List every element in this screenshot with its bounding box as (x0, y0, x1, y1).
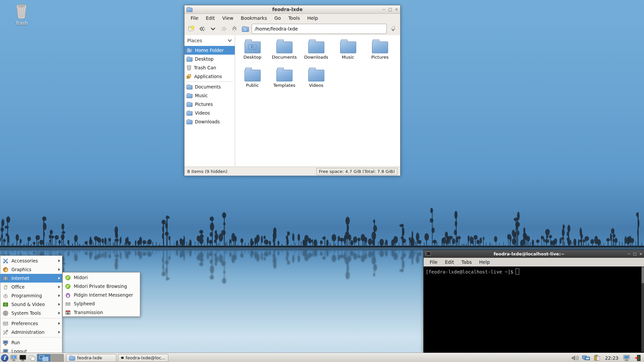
place-applications[interactable]: Applications (184, 72, 235, 81)
menu-item-programming[interactable]: Programming (0, 291, 62, 300)
terminal-output[interactable]: [feodra-lxde@localhost-live ~]$ (424, 266, 644, 354)
start-menu-button[interactable]: f (0, 353, 9, 362)
terminal-scrollbar[interactable] (641, 266, 644, 352)
terminal-titlebar[interactable]: feodra-lxde@localhost-live:~ − □ × (424, 250, 644, 258)
system-tools-icon (2, 310, 9, 316)
place-home-folder[interactable]: ⌂ Home Folder (184, 46, 235, 55)
trash-desktop-icon[interactable]: Trash (10, 4, 33, 26)
minimize-icon[interactable]: − (627, 252, 630, 256)
submenu-item-midori[interactable]: Midori (63, 273, 140, 282)
place-videos[interactable]: Videos (184, 109, 235, 117)
menu-item-run[interactable]: Run (0, 338, 62, 347)
place-music[interactable]: Music (184, 91, 235, 100)
file-manager-titlebar[interactable]: feodra-lxde − □ × (184, 5, 400, 14)
close-icon[interactable]: × (395, 7, 398, 11)
submenu-item-label: Transmission (74, 310, 138, 315)
new-tab-button[interactable] (187, 24, 196, 33)
midori-icon (65, 275, 71, 281)
home-button[interactable]: ⌂ (241, 24, 250, 33)
menu-edit[interactable]: Edit (202, 14, 218, 22)
window-folder-icon (186, 8, 193, 12)
launcher-filemanager-icon[interactable] (9, 353, 18, 362)
folder-item-pictures[interactable]: Pictures (364, 39, 396, 67)
folder-item-videos[interactable]: Videos (300, 67, 332, 95)
menu-item-accessories[interactable]: Accessories (0, 256, 62, 265)
history-dropdown-button[interactable] (209, 24, 217, 33)
back-button[interactable] (198, 24, 207, 33)
menu-tools[interactable]: Tools (285, 14, 303, 22)
place-pictures[interactable]: Pictures (184, 100, 235, 109)
internet-icon (2, 275, 9, 282)
launcher-terminal-icon[interactable] (18, 353, 27, 362)
menu-help[interactable]: Help (304, 14, 321, 22)
folder-item-templates[interactable]: Templates (268, 67, 300, 95)
pager-window (43, 357, 48, 361)
terminal-window-icon (426, 252, 431, 256)
menu-item-graphics[interactable]: Graphics (0, 265, 62, 274)
task-button-terminal[interactable]: feodra-lxde@loc... (118, 354, 168, 362)
menu-item-administration[interactable]: Administration (0, 328, 62, 337)
submenu-item-label: Pidgin Internet Messenger (74, 292, 138, 298)
maximize-icon[interactable]: □ (388, 7, 392, 11)
forward-button[interactable] (219, 24, 228, 33)
places-separator (186, 81, 233, 82)
pager-desktop-1[interactable] (37, 354, 50, 361)
pager-desktop-2[interactable] (50, 354, 63, 361)
menu-item-system-tools[interactable]: System Tools (0, 309, 62, 317)
place-downloads[interactable]: Downloads (184, 117, 235, 126)
menu-go[interactable]: Go (271, 14, 284, 22)
minimize-icon[interactable]: − (382, 7, 386, 11)
menu-edit[interactable]: Edit (441, 258, 457, 266)
menu-item-sound-video[interactable]: Sound & Video (0, 300, 62, 309)
desktop-pager[interactable] (37, 354, 64, 362)
menu-item-office[interactable]: Office (0, 283, 62, 291)
clipboard-icon[interactable] (593, 353, 602, 362)
up-button[interactable] (230, 24, 239, 33)
folder-item-documents[interactable]: Documents (268, 39, 300, 67)
menu-item-label: Graphics (11, 267, 56, 272)
trash-label: Trash (10, 20, 33, 26)
menu-file[interactable]: File (426, 258, 441, 266)
place-documents[interactable]: Documents (184, 82, 235, 91)
terminal-window: feodra-lxde@localhost-live:~ − □ × File … (423, 250, 644, 353)
submenu-item-midori-private[interactable]: Midori Private Browsing (63, 282, 140, 291)
menu-tabs[interactable]: Tabs (458, 258, 475, 266)
menu-file[interactable]: File (187, 14, 202, 22)
folder-item-desktop[interactable]: D Desktop (236, 39, 268, 67)
menu-item-internet[interactable]: Internet (0, 274, 62, 283)
display-settings-icon[interactable] (622, 353, 631, 362)
menu-help[interactable]: Help (476, 258, 493, 266)
address-bar[interactable] (252, 24, 387, 34)
window-title: feodra-lxde@localhost-live:~ (431, 251, 627, 256)
close-icon[interactable]: × (639, 252, 642, 256)
submenu-item-transmission[interactable]: Transmission (63, 308, 140, 317)
shell-prompt: [feodra-lxde@localhost-live ~]$ (426, 269, 513, 275)
trash-can-icon (15, 4, 28, 19)
clock[interactable]: 22:23 (605, 355, 619, 361)
folder-item-downloads[interactable]: Downloads (300, 39, 332, 67)
folder-label: Videos (309, 83, 323, 88)
place-label: Downloads (195, 119, 220, 124)
menu-bookmarks[interactable]: Bookmarks (237, 14, 270, 22)
submenu-item-pidgin[interactable]: Pidgin Internet Messenger (63, 291, 140, 299)
scrollbar-thumb[interactable] (642, 267, 644, 283)
submenu-item-sylpheed[interactable]: Sylpheed (63, 299, 140, 308)
volume-icon[interactable] (571, 353, 580, 362)
applications-icon (186, 74, 192, 79)
collapse-chevron-icon[interactable] (227, 39, 232, 42)
menu-item-preferences[interactable]: Preferences (0, 319, 62, 328)
folder-label: Pictures (371, 55, 388, 60)
minimize-all-icon[interactable] (27, 353, 36, 362)
menu-view[interactable]: View (219, 14, 237, 22)
folder-item-public[interactable]: Public (236, 67, 268, 95)
logout-tray-icon[interactable] (633, 353, 642, 362)
place-desktop[interactable]: Desktop (184, 55, 235, 63)
folder-item-music[interactable]: Music (332, 39, 364, 67)
network-icon[interactable] (582, 353, 591, 362)
menu-item-label: Office (11, 284, 56, 290)
task-button-filemanager[interactable]: feodra-lxde (66, 354, 116, 362)
items-count: 8 items (9 hidden) (187, 169, 316, 174)
maximize-icon[interactable]: □ (633, 252, 636, 256)
go-jump-button[interactable] (389, 24, 397, 33)
place-trash-can[interactable]: Trash Can (184, 63, 235, 72)
